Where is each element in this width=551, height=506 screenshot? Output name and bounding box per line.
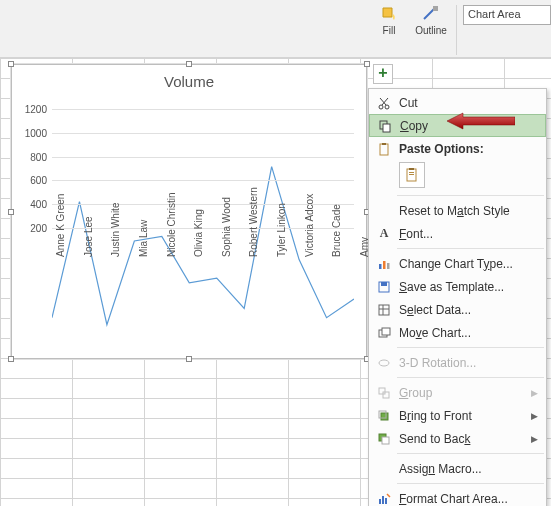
svg-rect-11 [379,264,382,269]
resize-handle-nw[interactable] [8,61,14,67]
menu-cut-label: Cut [399,96,538,110]
svg-rect-24 [381,413,388,420]
menu-save-template[interactable]: Save as Template... [369,275,546,298]
paste-option-default[interactable] [399,162,425,188]
menu-assign-macro[interactable]: Assign Macro... [369,457,546,480]
copy-icon [378,119,392,133]
submenu-arrow-icon: ▶ [531,388,538,398]
chart-title[interactable]: Volume [12,65,366,94]
cut-icon [377,96,391,110]
menu-select-data-label: Select Data... [399,303,538,317]
svg-rect-22 [379,388,385,394]
ribbon-toolbar: Fill Outline Chart Area [0,0,551,58]
svg-rect-29 [382,496,384,504]
svg-rect-16 [379,305,389,315]
ribbon-separator [456,5,457,55]
menu-paste-label: Paste Options: [399,142,538,156]
svg-rect-5 [380,144,388,155]
x-tick-label: Olivia King [193,209,204,257]
svg-rect-9 [409,172,414,173]
gridline [52,157,354,158]
save-template-icon [377,280,391,294]
x-tick-label: Tyler Linkon [276,203,287,257]
move-chart-icon [377,326,391,340]
paste-icon [377,142,391,156]
svg-point-1 [379,105,383,109]
font-icon: A [380,226,389,241]
clipboard-icon [404,167,420,183]
svg-rect-28 [379,499,381,504]
menu-group: Group ▶ [369,381,546,404]
menu-separator [397,248,544,249]
menu-font[interactable]: A Font... [369,222,546,245]
rotation-3d-icon [377,356,391,370]
menu-separator [397,483,544,484]
menu-separator [397,195,544,196]
menu-select-data[interactable]: Select Data... [369,298,546,321]
outline-button[interactable]: Outline [412,3,450,36]
group-icon [377,386,391,400]
menu-send-back-label: Send to Back [399,432,531,446]
menu-separator [397,453,544,454]
svg-rect-20 [382,328,390,335]
paste-options-row [369,160,546,192]
x-tick-label: Sophia Wood [221,197,232,257]
menu-move-chart[interactable]: Move Chart... [369,321,546,344]
resize-handle-sw[interactable] [8,356,14,362]
x-tick-label: Victoria Adcox [304,194,315,257]
resize-handle-n[interactable] [186,61,192,67]
menu-send-back[interactable]: Send to Back ▶ [369,427,546,450]
menu-reset-label: Reset to Match Style [399,204,538,218]
menu-bring-front[interactable]: Bring to Front ▶ [369,404,546,427]
outline-icon [422,5,440,23]
x-tick-label: Jose Lee [83,216,94,257]
menu-copy[interactable]: Copy [369,114,546,137]
resize-handle-w[interactable] [8,209,14,215]
chart-container[interactable]: Volume 20040060080010001200 Anne K Green… [11,64,367,359]
menu-font-label: Font... [399,227,538,241]
chart-type-icon [377,257,391,271]
menu-format-area-label: Format Chart Area... [399,492,538,506]
menu-format-chart-area[interactable]: Format Chart Area... [369,487,546,506]
gridline [52,133,354,134]
context-menu: Cut Copy Paste Options: Reset to Match S… [368,88,547,506]
menu-3d-rotation-label: 3-D Rotation... [399,356,538,370]
y-tick-label: 400 [30,199,47,210]
chart-elements-button[interactable]: + [373,64,393,84]
submenu-arrow-icon: ▶ [531,411,538,421]
menu-reset-style[interactable]: Reset to Match Style [369,199,546,222]
x-tick-label: Robert Western [248,187,259,257]
x-tick-label: Bruce Cade [331,204,342,257]
chart-element-selector[interactable]: Chart Area [463,5,551,25]
gridline [52,109,354,110]
svg-rect-10 [409,174,414,175]
svg-rect-6 [382,143,386,145]
y-tick-label: 1000 [25,127,47,138]
fill-button[interactable]: Fill [370,3,408,36]
svg-rect-13 [387,263,390,269]
x-tick-label: Mia Law [138,220,149,257]
y-tick-label: 200 [30,223,47,234]
menu-change-type-label: Change Chart Type... [399,257,538,271]
menu-change-chart-type[interactable]: Change Chart Type... [369,252,546,275]
x-tick-label: Anne K Green [55,194,66,257]
svg-rect-30 [385,498,387,504]
y-tick-label: 800 [30,151,47,162]
menu-separator [397,377,544,378]
menu-bring-front-label: Bring to Front [399,409,531,423]
menu-save-template-label: Save as Template... [399,280,538,294]
svg-rect-27 [382,437,389,444]
menu-cut[interactable]: Cut [369,91,546,114]
format-area-icon [377,492,391,506]
x-tick-label: Nicole Christin [166,193,177,257]
resize-handle-ne[interactable] [364,61,370,67]
y-tick-label: 600 [30,175,47,186]
send-back-icon [377,432,391,446]
menu-3d-rotation: 3-D Rotation... [369,351,546,374]
gridline [52,180,354,181]
svg-point-2 [385,105,389,109]
fill-label: Fill [383,25,396,36]
svg-rect-8 [409,168,414,170]
select-data-icon [377,303,391,317]
svg-rect-4 [383,124,390,132]
